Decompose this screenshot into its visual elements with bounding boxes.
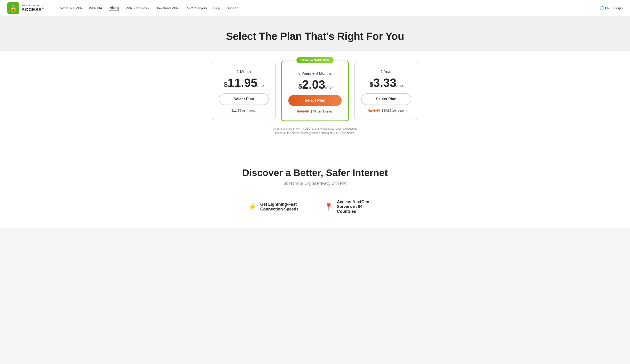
logo[interactable]: 🔒 Private Internet ACCESS® [7,2,44,14]
nav-item-support[interactable]: Support [226,6,238,10]
feature-servers: 📍 Access NextGen Servers in 84 Countries [324,199,382,214]
price-per-three-year: /mo [325,85,332,90]
plan-period-monthly: 1 Month [219,69,269,74]
nav-item-why-pia[interactable]: Why PIA [89,6,102,10]
price-per-yearly: /mo [396,83,403,88]
select-plan-monthly-button[interactable]: Select Plan [219,93,269,105]
plan-period-yearly: 1 Year [361,69,411,74]
globe-icon: 🌐 [600,6,604,10]
price-dollar-three-year: $ [298,82,302,90]
plan-price-monthly: $ 11.95 /mo [219,77,269,89]
select-plan-three-year-button[interactable]: Select Plan [288,95,342,106]
features-row: ⚡ Get Lightning-Fast Connection Speeds 📍… [4,199,626,214]
plan-price-yearly: $ 3.33 /mo [361,77,411,89]
lightning-icon: ⚡ [248,202,256,211]
chevron-down-icon: ▾ [180,7,181,9]
logo-access: ACCESS® [22,7,44,12]
plan-new-price-yearly: $39.95 per year [382,109,404,112]
nav-links: What is a VPN Why PIA Pricing VPN Featur… [60,6,600,10]
pricing-cards: 1 Month $ 11.95 /mo Select Plan $11.95 p… [4,61,626,121]
nav-item-pricing[interactable]: Pricing [109,6,119,10]
hero-title: Select The Plan That's Right For You [4,30,626,42]
logo-text: Private Internet ACCESS® [22,4,44,12]
discover-title: Discover a Better, Safer Internet [4,168,626,178]
language-selector[interactable]: 🌐 EN ▾ [600,6,612,10]
nav-item-vpn-features[interactable]: VPN Features ▾ [126,6,149,10]
language-label: EN [605,6,610,10]
plan-card-yearly: 1 Year $ 3.33 /mo Select Plan $143.40 $3… [354,62,418,120]
nav-right: 🌐 EN ▾ Login [600,6,623,10]
plan-original-price-yearly: $143.40 [368,109,380,112]
chevron-down-icon: ▾ [148,7,149,9]
plan-new-price-three-year: $79 per 3 years [311,110,333,113]
select-plan-yearly-button[interactable]: Select Plan [361,93,411,105]
plan-card-monthly: 1 Month $ 11.95 /mo Select Plan $11.95 p… [212,62,276,120]
discover-subtitle: Boost Your Digital Privacy with PIA [4,181,626,186]
hero-section: Select The Plan That's Right For You [0,16,630,51]
feature-lightning-label: Get Lightning-Fast Connection Speeds [260,202,306,212]
login-button[interactable]: Login [614,6,623,10]
price-amount-three-year: 2.03 [302,79,325,90]
chevron-down-icon: ▾ [610,7,612,9]
navbar: 🔒 Private Internet ACCESS® What is a VPN… [0,0,630,16]
price-dollar-monthly: $ [224,81,228,88]
pricing-disclaimer: All amounts are shown in USD, and any di… [270,127,360,135]
location-pin-icon: 📍 [324,202,333,211]
pricing-section: 1 Month $ 11.95 /mo Select Plan $11.95 p… [0,51,630,149]
nav-divider [53,4,53,13]
plan-original-price-three-year: $466.05 [297,110,309,113]
logo-private: Private Internet [22,4,44,7]
price-dollar-yearly: $ [370,81,374,88]
plan-subtotal-three-year: $466.05 $79 per 3 years [288,110,342,113]
logo-icon: 🔒 [7,2,19,14]
plan-price-three-year: $ 2.03 /mo [288,79,342,90]
feature-lightning: ⚡ Get Lightning-Fast Connection Speeds [248,199,306,214]
nav-item-blog[interactable]: Blog [213,6,220,10]
svg-text:🔒: 🔒 [9,4,17,12]
nav-item-what-is-vpn[interactable]: What is a VPN [60,6,83,10]
nav-item-download-vpn[interactable]: Download VPN ▾ [156,6,181,10]
price-amount-yearly: 3.33 [374,77,396,89]
discover-section: Discover a Better, Safer Internet Boost … [0,149,630,227]
nav-item-vpn-servers[interactable]: VPN Servers [187,6,207,10]
plan-card-three-year: DEAL — SAVE 83% 3 Years + 3 Months $ 2.0… [281,61,349,121]
price-per-monthly: /mo [257,83,264,88]
deal-badge: DEAL — SAVE 83% [296,57,334,63]
price-amount-monthly: 11.95 [228,77,257,89]
plan-subtotal-monthly: $11.95 per month [219,109,269,112]
plan-subtotal-yearly: $143.40 $39.95 per year [361,109,411,112]
feature-servers-label: Access NextGen Servers in 84 Countries [337,199,382,214]
plan-period-three-year: 3 Years + 3 Months [288,71,342,76]
